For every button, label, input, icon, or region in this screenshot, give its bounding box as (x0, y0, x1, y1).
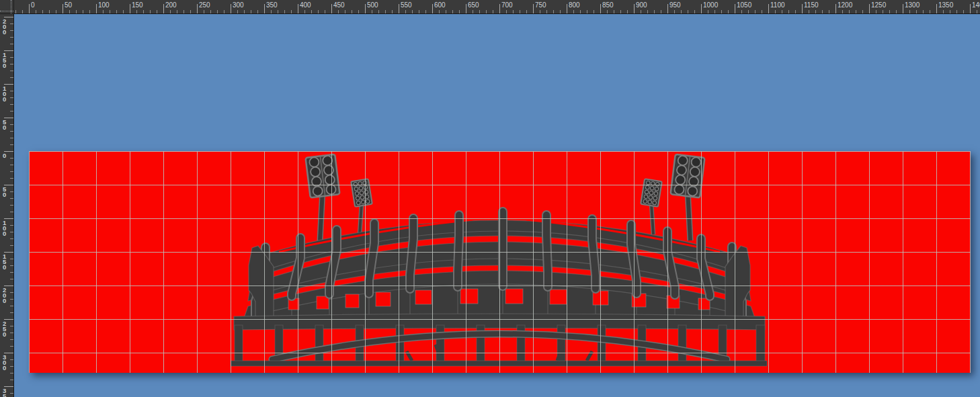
document-canvas[interactable] (29, 151, 971, 373)
floodlight-small-right (641, 179, 662, 207)
editor-window: 0501001502002503003504004505005506006507… (0, 0, 980, 397)
stadium-silhouette (29, 151, 971, 373)
floodlight-large-left (306, 155, 340, 198)
ruler-origin-box[interactable] (0, 0, 14, 14)
floodlight-large-right (671, 155, 705, 198)
ruler-left[interactable]: 20015010050050100150200250300350 (0, 13, 14, 397)
ruler-top[interactable]: 0501001502002503003504004505005506006507… (13, 0, 980, 14)
floodlight-small-left (351, 179, 372, 207)
canvas-viewport[interactable] (13, 13, 980, 397)
